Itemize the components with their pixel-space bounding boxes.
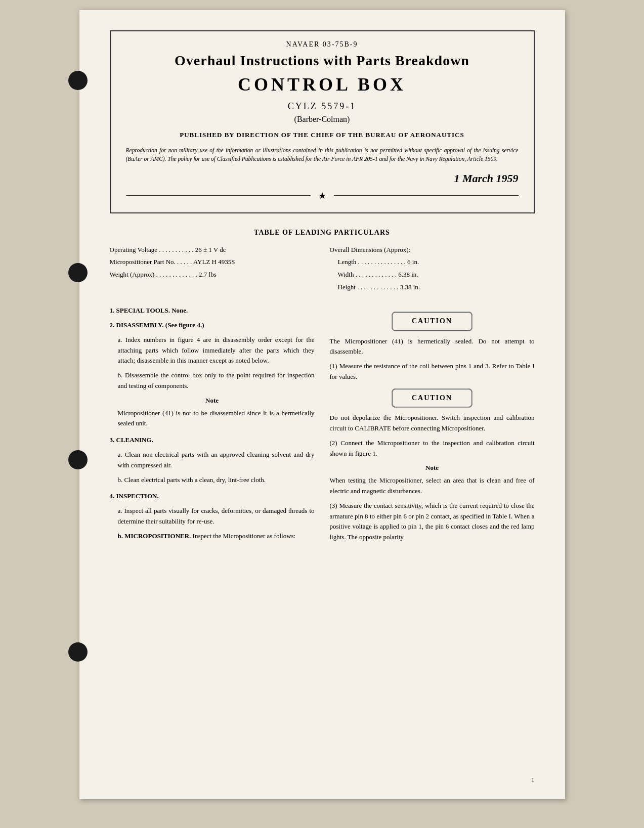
note1-text: Micropositioner (41) is not to be disass… bbox=[118, 408, 315, 429]
main-content: 1. SPECIAL TOOLS. None. 2. DISASSEMBLY. … bbox=[110, 306, 535, 547]
page-number: 1 bbox=[531, 776, 535, 784]
caution2-label: CAUTION bbox=[412, 394, 452, 402]
particulars-width: Width . . . . . . . . . . . . . 6.38 in. bbox=[338, 269, 535, 281]
section4-title: 4. INSPECTION. bbox=[110, 491, 315, 502]
section3a: a. Clean non-electrical parts with an ap… bbox=[118, 450, 315, 471]
note1-label: Note bbox=[110, 396, 315, 406]
circle-marker-4 bbox=[68, 642, 88, 662]
star-divider: ★ bbox=[126, 190, 519, 201]
section2b: b. Disassemble the control box only to t… bbox=[118, 370, 315, 391]
manufacturer: (Barber-Colman) bbox=[126, 115, 519, 124]
particulars-title: TABLE OF LEADING PARTICULARS bbox=[110, 229, 535, 237]
reproduction-notice: Reproduction for non-military use of the… bbox=[126, 146, 519, 164]
section4a: a. Inspect all parts visually for cracks… bbox=[118, 506, 315, 527]
caution2-text: Do not depolarize the Micropositioner. S… bbox=[330, 413, 535, 434]
step1-text: (1) Measure the resistance of the coil b… bbox=[330, 361, 535, 382]
circle-marker-1 bbox=[68, 71, 88, 90]
caution-box-2: CAUTION bbox=[392, 388, 473, 408]
section3b: b. Clean electrical parts with a clean, … bbox=[118, 475, 315, 486]
navaer-number: NAVAER 03-75B-9 bbox=[126, 40, 519, 49]
published-by: PUBLISHED BY DIRECTION OF THE CHIEF OF T… bbox=[126, 131, 519, 139]
document-page: NAVAER 03-75B-9 Overhaul Instructions wi… bbox=[79, 10, 565, 799]
particulars-length: Length . . . . . . . . . . . . . . . 6 i… bbox=[338, 256, 535, 269]
particulars-left: Operating Voltage . . . . . . . . . . . … bbox=[110, 244, 315, 294]
caution1-text: The Micropositioner (41) is hermetically… bbox=[330, 336, 535, 358]
step2-text: (2) Connect the Micropositioner to the i… bbox=[330, 438, 535, 459]
main-title: Overhaul Instructions with Parts Breakdo… bbox=[126, 53, 519, 69]
section2a: a. Index numbers in figure 4 are in disa… bbox=[118, 335, 315, 366]
section3-title: 3. CLEANING. bbox=[110, 435, 315, 446]
particulars-weight: Weight (Approx) . . . . . . . . . . . . … bbox=[110, 269, 315, 281]
circle-marker-2 bbox=[68, 263, 88, 282]
section1-title: 1. SPECIAL TOOLS. None. bbox=[110, 306, 315, 316]
particulars-voltage: Operating Voltage . . . . . . . . . . . … bbox=[110, 244, 315, 256]
left-column: 1. SPECIAL TOOLS. None. 2. DISASSEMBLY. … bbox=[110, 306, 315, 547]
part-number: CYLZ 5579-1 bbox=[126, 101, 519, 112]
caution1-label: CAUTION bbox=[412, 317, 452, 325]
section4b: b. MICROPOSITIONER. Inspect the Micropos… bbox=[118, 531, 315, 542]
circle-marker-3 bbox=[68, 450, 88, 469]
document-date: 1 March 1959 bbox=[126, 172, 519, 185]
right-column: CAUTION The Micropositioner (41) is herm… bbox=[330, 306, 535, 547]
particulars-dimensions-title: Overall Dimensions (Approx): bbox=[330, 244, 535, 256]
step3-text: (3) Measure the contact sensitivity, whi… bbox=[330, 501, 535, 543]
note2-text: When testing the Micropositioner, select… bbox=[330, 475, 535, 497]
particulars-height: Height . . . . . . . . . . . . . 3.38 in… bbox=[338, 281, 535, 294]
particulars-part-no: Micropositioner Part No. . . . . . AYLZ … bbox=[110, 256, 315, 269]
particulars-table: Operating Voltage . . . . . . . . . . . … bbox=[110, 244, 535, 294]
note2-label: Note bbox=[330, 463, 535, 473]
control-box-title: CONTROL BOX bbox=[126, 74, 519, 95]
header-box: NAVAER 03-75B-9 Overhaul Instructions wi… bbox=[110, 30, 535, 213]
section2-title: 2. DISASSEMBLY. (See figure 4.) bbox=[110, 320, 315, 331]
particulars-right: Overall Dimensions (Approx): Length . . … bbox=[330, 244, 535, 294]
caution-box-1: CAUTION bbox=[392, 312, 473, 331]
